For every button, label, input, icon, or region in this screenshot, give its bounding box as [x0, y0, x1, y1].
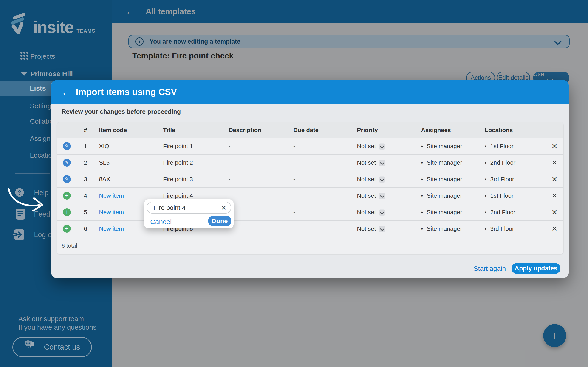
column-header: Priority [357, 126, 378, 133]
item-code: 8AX [99, 176, 110, 183]
item-due-date: - [293, 143, 295, 150]
item-locations: 1st Floor [485, 143, 514, 150]
sidebar-divider [15, 173, 50, 174]
item-description: - [229, 143, 231, 150]
item-code: XIQ [99, 143, 109, 150]
feedback-icon [16, 209, 25, 220]
item-locations: 1st Floor [485, 192, 514, 199]
logo-mark-icon [9, 12, 29, 36]
item-title: Fire point 3 [163, 176, 193, 183]
remove-row-icon[interactable]: ✕ [550, 142, 559, 150]
column-header: Item code [99, 126, 127, 133]
item-description: - [229, 192, 231, 199]
item-due-date: - [293, 176, 295, 183]
logout-icon [13, 229, 24, 241]
modal-header: ← Import items using CSV [51, 80, 569, 104]
chevron-down-icon [379, 176, 385, 183]
table-row: + 5 New item Fire point 5 - - Not set Si… [57, 204, 563, 220]
priority-dropdown[interactable]: Not set [357, 192, 385, 199]
item-due-date: - [293, 225, 295, 232]
column-header: Title [163, 126, 175, 133]
column-header: Locations [485, 126, 513, 133]
sidebar-item-label: Projects [30, 52, 55, 60]
row-number: 6 [84, 225, 87, 232]
row-number: 1 [84, 143, 87, 150]
priority-dropdown[interactable]: Not set [357, 176, 385, 183]
column-header: # [84, 126, 87, 133]
table-header-row: # Item code Title Description Due date P… [57, 122, 563, 138]
table-row: + 4 New item Fire point 4 - - Not set Si… [57, 187, 563, 204]
chevron-down-icon [379, 209, 385, 216]
item-assignees: Site manager [421, 159, 462, 166]
priority-dropdown[interactable]: Not set [357, 159, 385, 166]
add-row-icon[interactable]: + [63, 208, 71, 216]
back-arrow-icon[interactable]: ← [61, 80, 72, 104]
sidebar-item-label: Primrose Hill [30, 70, 73, 78]
row-number: 5 [84, 209, 87, 216]
edit-row-icon[interactable]: ✎ [63, 159, 71, 167]
item-description: - [229, 159, 231, 166]
start-again-link[interactable]: Start again [474, 263, 506, 274]
item-due-date: - [293, 209, 295, 216]
new-item-link[interactable]: New item [99, 192, 124, 199]
cancel-button[interactable]: Cancel [150, 217, 172, 226]
title-input[interactable] [153, 202, 218, 214]
item-description: - [229, 176, 231, 183]
logo-brand: insite [33, 19, 73, 36]
contact-us-button[interactable]: Contact us [12, 337, 92, 357]
priority-dropdown[interactable]: Not set [357, 209, 385, 216]
remove-row-icon[interactable]: ✕ [550, 225, 559, 233]
item-assignees: Site manager [421, 192, 462, 199]
table-row: + 6 New item Fire point 6 - - Not set Si… [57, 220, 563, 237]
item-title: Fire point 1 [163, 143, 193, 150]
edit-row-icon[interactable]: ✎ [63, 175, 71, 183]
chevron-down-icon [379, 226, 385, 232]
done-button-label: Done [212, 217, 228, 225]
chevron-down-icon [379, 143, 385, 150]
priority-dropdown[interactable]: Not set [357, 225, 385, 232]
item-assignees: Site manager [421, 143, 462, 150]
item-assignees: Site manager [421, 176, 462, 183]
review-instruction: Review your changes before proceeding [61, 108, 181, 115]
item-assignees: Site manager [421, 225, 462, 232]
remove-row-icon[interactable]: ✕ [550, 175, 559, 184]
logo-suffix: TEAMS [77, 28, 95, 34]
review-table: # Item code Title Description Due date P… [57, 122, 563, 254]
row-number: 3 [84, 176, 87, 183]
contact-us-label: Contact us [44, 343, 80, 351]
app-logo: insite TEAMS [9, 12, 95, 36]
table-row: ✎ 1 XIQ Fire point 1 - - Not set Site ma… [57, 138, 563, 154]
item-locations: 2nd Floor [485, 159, 515, 166]
column-header: Description [229, 126, 261, 133]
chevron-down-icon [21, 72, 27, 76]
table-row: ✎ 2 SL5 Fire point 2 - - Not set Site ma… [57, 154, 563, 171]
support-text-line2: If you have any questions [18, 323, 96, 332]
apply-updates-label: Apply updates [515, 265, 557, 272]
row-number: 4 [84, 192, 87, 199]
new-item-link[interactable]: New item [99, 225, 124, 232]
priority-dropdown[interactable]: Not set [357, 143, 385, 150]
done-button[interactable]: Done [208, 216, 231, 226]
chat-bubbles-icon [24, 340, 39, 354]
column-header: Due date [293, 126, 319, 133]
remove-row-icon[interactable]: ✕ [550, 158, 559, 167]
item-title: Fire point 2 [163, 159, 193, 166]
apply-updates-button[interactable]: Apply updates [511, 263, 561, 274]
row-number: 2 [84, 159, 87, 166]
total-count: 6 total [61, 242, 77, 249]
remove-row-icon[interactable]: ✕ [550, 192, 559, 200]
clear-input-icon[interactable]: ✕ [221, 202, 227, 213]
edit-row-icon[interactable]: ✎ [63, 142, 71, 150]
item-title: Fire point 4 [163, 192, 193, 199]
title-input-wrap: ✕ [147, 202, 231, 214]
sidebar-item-projects[interactable]: Projects [0, 50, 112, 63]
support-text-line1: Ask our support team [18, 315, 84, 323]
modal-title: Import items using CSV [76, 80, 177, 104]
import-csv-modal: ← Import items using CSV Review your cha… [51, 80, 569, 278]
new-item-link[interactable]: New item [99, 209, 124, 216]
sidebar-item-primrose-hill[interactable]: Primrose Hill [0, 67, 112, 80]
remove-row-icon[interactable]: ✕ [550, 208, 559, 217]
grid-icon [20, 52, 28, 61]
add-row-icon[interactable]: + [63, 192, 71, 200]
add-row-icon[interactable]: + [63, 225, 71, 233]
